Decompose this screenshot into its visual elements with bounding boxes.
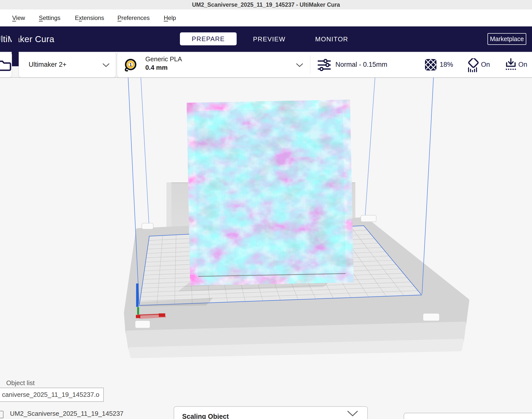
window-title: UM2_Scaniverse_2025_11_19_145237 - UltiM… [0,0,532,9]
model-object[interactable] [194,108,346,277]
menu-settings[interactable]: Settings [39,9,60,26]
print-settings-sliders-icon [317,59,331,71]
main-header: UltiMaker Cura PREPARE PREVIEW MONITOR M… [0,26,532,52]
z-axis-indicator [136,283,139,307]
infill-value: 18% [440,61,453,69]
window-title-bar: UM2_Scaniverse_2025_11_19_145237 - UltiM… [0,0,532,10]
object-list-toggle[interactable]: Object list [6,379,35,387]
cube-icon [0,411,3,418]
object-name-tooltip: caniverse_2025_11_19_145237.o [0,388,104,402]
material-selector[interactable] [117,52,305,77]
tab-preview[interactable]: PREVIEW [249,26,289,52]
open-file-button[interactable] [0,52,12,77]
chevron-down-icon [296,63,303,67]
menu-bar: View Settings Extensions Preferences Hel… [0,9,532,26]
x-axis-indicator [136,315,140,318]
y-axis-indicator [137,307,139,315]
infill-icon [425,59,437,71]
viewport-3d[interactable] [0,78,532,419]
tab-monitor[interactable]: MONITOR [311,26,353,52]
adhesion-value: On [518,61,527,69]
support-icon [467,58,480,72]
chevron-down-icon[interactable] [347,410,358,417]
menu-view[interactable]: View [12,9,25,26]
menu-extensions[interactable]: Extensions [75,9,104,26]
folder-icon [0,59,11,71]
chevron-down-icon [102,63,110,67]
scaling-dialog-title: Scaling Object [182,413,229,419]
printer-selector[interactable]: Ultimaker 2+ [19,52,116,77]
tab-prepare[interactable]: PREPARE [180,32,237,45]
action-panel [404,413,532,419]
profile-label: Normal - 0.15mm [335,61,387,69]
configuration-bar: Ultimaker 2+ 1 Generic PLA 0.4 mm [0,52,532,78]
support-value: On [481,61,490,69]
menu-preferences[interactable]: Preferences [117,9,150,26]
object-list-item-label: UM2_Scaniverse_2025_11_19_145237 [10,410,123,418]
marketplace-button[interactable]: Marketplace [487,33,526,45]
scaling-object-dialog: Scaling Object [174,406,368,419]
printer-name: Ultimaker 2+ [29,61,66,69]
cura-logo: UltiMaker Cura [0,26,54,52]
header-notch [12,26,19,66]
menu-help[interactable]: Help [164,9,176,26]
adhesion-icon [504,58,517,72]
material-and-settings-card: 1 Generic PLA 0.4 mm Normal - 0 [117,52,532,77]
cura-application-window: UM2_Scaniverse_2025_11_19_145237 - UltiM… [0,0,532,419]
